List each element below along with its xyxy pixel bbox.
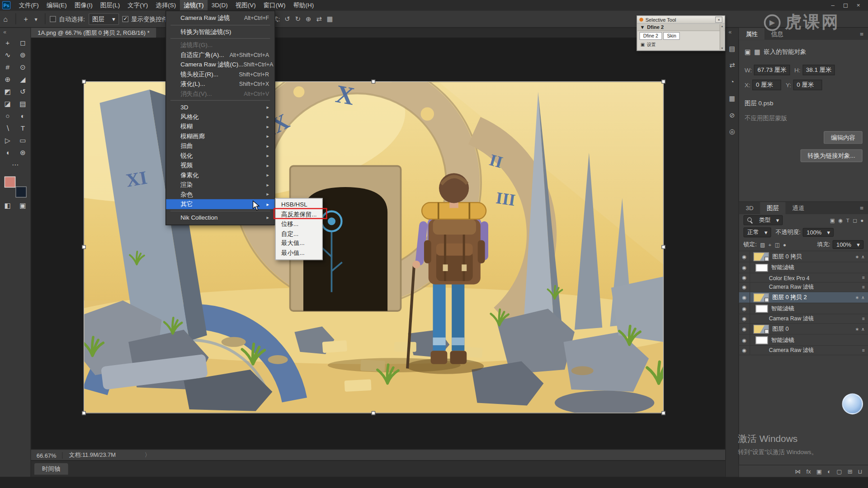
dfine2-button[interactable]: Dfine 2 bbox=[639, 32, 662, 40]
menu-item-camera-raw-last[interactable]: Camera Raw 滤镜Alt+Ctrl+F bbox=[166, 13, 274, 23]
layer-effects-icon[interactable]: fx bbox=[807, 468, 811, 474]
path-select-tool[interactable]: ▷ bbox=[1, 135, 14, 147]
filter-mask-thumbnail[interactable] bbox=[755, 336, 768, 344]
timeline-tab[interactable]: 时间轴 bbox=[34, 463, 68, 475]
filter-mask-thumbnail[interactable] bbox=[755, 263, 768, 271]
link-layers-icon[interactable]: ⋈ bbox=[795, 468, 801, 474]
background-color-swatch[interactable] bbox=[15, 187, 26, 197]
healing-tool[interactable]: ⊕ bbox=[1, 74, 14, 86]
collapse-caret-icon[interactable]: ∧ bbox=[861, 295, 865, 300]
libraries-panel-icon[interactable]: ▦ bbox=[729, 94, 735, 102]
crop-tool[interactable]: # bbox=[1, 61, 14, 74]
smart-filter-label[interactable]: 智能滤镜 bbox=[771, 336, 868, 344]
filter-effect-name[interactable]: Camera Raw 滤镜 bbox=[750, 347, 862, 354]
type-tool[interactable]: T bbox=[16, 122, 29, 135]
visibility-eye-icon[interactable]: ◉ bbox=[739, 292, 750, 303]
smart-filter-label[interactable]: 智能滤镜 bbox=[771, 263, 868, 271]
menu-item-pixelate[interactable]: 像素化▸ bbox=[166, 170, 274, 180]
hand-tool[interactable]: ◖ bbox=[1, 146, 14, 159]
lock-all-icon[interactable]: ● bbox=[783, 241, 786, 247]
menu-item-blur-gallery[interactable]: 模糊画廊▸ bbox=[166, 131, 274, 141]
eraser-tool[interactable]: ◪ bbox=[1, 98, 14, 110]
layer-thumbnail[interactable] bbox=[754, 324, 769, 333]
menubar-image[interactable]: 图像(I) bbox=[71, 0, 96, 10]
menu-item-camera-raw[interactable]: Camera Raw 滤镜(C)...Shift+Ctrl+A bbox=[166, 60, 274, 69]
transform-handle[interactable] bbox=[82, 411, 86, 415]
layer-name[interactable]: 图层 0 拷贝 2 bbox=[772, 294, 855, 301]
adjustments-panel-icon[interactable]: ⊘ bbox=[729, 111, 735, 119]
edit-toolbar-icon[interactable]: ⋯ bbox=[9, 159, 22, 171]
filter-pixel-icon[interactable]: ▣ bbox=[830, 217, 835, 223]
smart-filter-row[interactable]: ◉ 智能滤镜 bbox=[739, 303, 868, 314]
menu-item-lens-correction[interactable]: 镜头校正(R)...Shift+Ctrl+R bbox=[166, 70, 274, 79]
history-panel-icon[interactable]: ▤ bbox=[729, 45, 735, 52]
blur-tool[interactable]: ○ bbox=[1, 110, 14, 122]
layer-filter-dropdown[interactable]: 类型 ▾ bbox=[743, 215, 783, 225]
visibility-eye-icon[interactable]: ◉ bbox=[739, 346, 750, 355]
delete-layer-icon[interactable]: ⊔ bbox=[858, 468, 863, 474]
transform-handle[interactable] bbox=[661, 411, 665, 415]
menu-item-blur[interactable]: 模糊▸ bbox=[166, 122, 274, 131]
toolbar-collapse-icon[interactable]: « bbox=[0, 28, 30, 37]
menu-item-video[interactable]: 视频▸ bbox=[166, 160, 274, 170]
clock-panel-icon[interactable]: ◔ bbox=[730, 78, 734, 86]
collapse-caret-icon[interactable]: ∧ bbox=[861, 326, 865, 332]
lock-position-icon[interactable]: + bbox=[768, 241, 771, 247]
filter-effect-name[interactable]: Color Efex Pro 4 bbox=[750, 275, 862, 281]
pan-3d-icon[interactable]: ⊕ bbox=[306, 15, 311, 23]
layer-row-selected[interactable]: ◉ 图层 0 拷贝 2 ∗∧ bbox=[739, 292, 868, 303]
submenu-item-maximum[interactable]: 最大值... bbox=[276, 239, 322, 249]
filter-type-icon[interactable]: T bbox=[846, 217, 849, 223]
submenu-item-minimum[interactable]: 最小值... bbox=[276, 249, 322, 258]
menubar-edit[interactable]: 编辑(E) bbox=[42, 0, 71, 10]
panel-menu-icon[interactable]: ≡ bbox=[860, 205, 868, 211]
layer-thumbnail[interactable] bbox=[754, 293, 769, 302]
gradient-tool[interactable]: ▤ bbox=[16, 98, 29, 110]
slide-3d-icon[interactable]: ⇄ bbox=[316, 15, 321, 23]
styles-panel-icon[interactable]: ◎ bbox=[729, 128, 735, 136]
smart-filter-row[interactable]: ◉ 智能滤镜 bbox=[739, 262, 868, 273]
transform-handle[interactable] bbox=[372, 411, 376, 415]
menu-item-liquify[interactable]: 液化(L)...Shift+Ctrl+X bbox=[166, 79, 274, 89]
close-icon[interactable]: × bbox=[715, 17, 722, 23]
quick-mask-icon[interactable]: ◧ bbox=[1, 200, 14, 212]
visibility-eye-icon[interactable]: ◉ bbox=[739, 283, 750, 292]
menu-item-stylize[interactable]: 风格化▸ bbox=[166, 112, 274, 122]
menubar-type[interactable]: 文字(Y) bbox=[124, 0, 152, 10]
menu-item-adaptive-wide-angle[interactable]: 自适应广角(A)...Alt+Shift+Ctrl+A bbox=[166, 50, 274, 60]
opacity-dropdown[interactable]: 100% ▾ bbox=[803, 228, 834, 237]
menu-item-nik-collection[interactable]: Nik Collection▸ bbox=[166, 213, 274, 222]
add-mask-icon[interactable]: ▣ bbox=[816, 468, 822, 474]
layer-row[interactable]: ◉ 图层 0 ∗∧ bbox=[739, 324, 868, 334]
tab-channels[interactable]: 通道 bbox=[786, 202, 811, 214]
smart-filter-label[interactable]: 智能滤镜 bbox=[771, 305, 868, 312]
visibility-eye-icon[interactable]: ◉ bbox=[739, 324, 750, 334]
orbit-3d-icon[interactable]: ↺ bbox=[284, 15, 290, 23]
stamp-tool[interactable]: ◩ bbox=[1, 86, 14, 98]
fill-dropdown[interactable]: 100% ▾ bbox=[832, 240, 863, 249]
zoom-level-field[interactable]: 66.67% bbox=[31, 452, 62, 459]
collapse-caret-icon[interactable]: ∧ bbox=[861, 253, 865, 259]
visibility-eye-icon[interactable]: ◉ bbox=[739, 251, 750, 262]
filter-shape-icon[interactable]: ◻ bbox=[853, 217, 857, 223]
move-tool[interactable]: + bbox=[1, 37, 14, 49]
filter-effect-name[interactable]: Camera Raw 滤镜 bbox=[750, 283, 862, 291]
move-tool-icon[interactable]: + bbox=[20, 14, 31, 23]
height-field[interactable]: 38.1 厘米 bbox=[802, 65, 835, 75]
filter-options-icon[interactable]: ≡ bbox=[862, 316, 865, 321]
minimize-button[interactable]: – bbox=[826, 0, 839, 10]
visibility-eye-icon[interactable]: ◉ bbox=[739, 314, 750, 324]
shape-tool[interactable]: ▭ bbox=[16, 135, 29, 147]
visibility-eye-icon[interactable]: ◉ bbox=[739, 303, 750, 314]
brush-tool[interactable]: ◢ bbox=[16, 74, 29, 86]
transform-handle[interactable] bbox=[82, 245, 86, 249]
foreground-color-swatch[interactable] bbox=[4, 177, 15, 188]
layer-name[interactable]: 图层 0 bbox=[772, 325, 855, 333]
camera-3d-icon[interactable]: ▦ bbox=[327, 15, 333, 23]
lasso-tool[interactable]: ∿ bbox=[1, 49, 14, 61]
convert-to-linked-button[interactable]: 转换为链接对象... bbox=[800, 150, 862, 162]
maximize-button[interactable]: ◻ bbox=[839, 0, 852, 10]
filter-options-icon[interactable]: ≡ bbox=[862, 284, 865, 290]
adjustment-layer-icon[interactable]: ◐ bbox=[827, 468, 831, 474]
dodge-tool[interactable]: ◐ bbox=[16, 110, 29, 122]
